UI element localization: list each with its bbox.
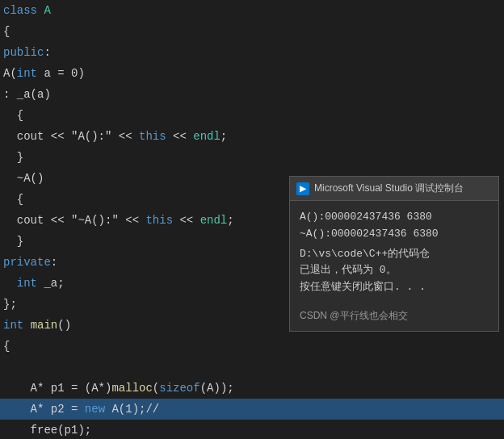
popup-footer: CSDN @平行线也会相交 (290, 304, 498, 331)
code-line: class A (0, 0, 504, 21)
code-token: (A)); (200, 378, 234, 399)
code-token: A(1);// (105, 399, 159, 420)
code-line: } (0, 147, 504, 168)
code-line (0, 357, 504, 378)
code-token: } (3, 231, 23, 252)
code-token: ; (220, 126, 227, 147)
code-token (3, 273, 17, 294)
code-token: << (166, 126, 194, 147)
code-token: : _a(a) (3, 84, 51, 105)
code-line: A* p2 = new A(1);// (0, 399, 504, 420)
code-token: endl (200, 210, 228, 231)
debug-console-popup: ▶ Microsoft Visual Studio 调试控制台 A():0000… (289, 176, 499, 332)
code-token: new (85, 399, 105, 420)
code-token: { (3, 189, 23, 210)
code-token: { (3, 105, 23, 126)
vs-icon: ▶ (296, 182, 309, 195)
code-line: public: (0, 42, 504, 63)
code-token: class (3, 0, 44, 21)
code-token: sizeof (159, 378, 200, 399)
popup-titlebar: ▶ Microsoft Visual Studio 调试控制台 (290, 177, 498, 201)
output-line-3: D:\vs\code\C++的代码仓 (300, 246, 489, 263)
code-token: A* p1 = (A*) (3, 378, 111, 399)
code-line: A(int a = 0) (0, 63, 504, 84)
code-token: ; (227, 210, 233, 231)
code-token: A( (3, 63, 17, 84)
code-line: : _a(a) (0, 84, 504, 105)
code-token: { (3, 21, 10, 42)
code-token: endl (193, 126, 220, 147)
code-token: : (44, 42, 50, 63)
output-line-4: 已退出，代码为 0。 (300, 262, 489, 279)
code-token: << (173, 210, 200, 231)
output-line-5: 按任意键关闭此窗口. . . (300, 279, 489, 296)
code-token: A* p2 = (3, 399, 85, 420)
code-line: { (0, 21, 504, 42)
code-token: ( (153, 378, 159, 399)
popup-title: Microsoft Visual Studio 调试控制台 (314, 182, 464, 195)
code-token: cout << "A():" << (3, 126, 139, 147)
code-editor: class A{public:A(int a = 0): _a(a) { cou… (0, 0, 504, 439)
popup-body: A():000002437436 6380 ~A():000002437436 … (290, 201, 498, 304)
code-token: main (31, 315, 58, 336)
code-token: _a; (37, 273, 65, 294)
code-token: : (51, 252, 57, 273)
code-token: public (3, 42, 44, 63)
code-token: int (3, 315, 23, 336)
code-token: }; (3, 294, 17, 315)
code-token: } (3, 147, 23, 168)
code-token: int (17, 273, 37, 294)
code-line: { (0, 105, 504, 126)
output-line-1: A():000002437436 6380 (300, 209, 489, 226)
code-token: malloc (111, 378, 152, 399)
code-token: { (3, 336, 10, 357)
code-line: A* p1 = (A*)malloc(sizeof(A)); (0, 378, 504, 399)
code-token: a = 0) (37, 63, 85, 84)
code-line: free(p1); (0, 420, 504, 439)
code-token: free(p1); (3, 420, 91, 439)
code-token: int (17, 63, 37, 84)
code-token: cout << "~A():" << (3, 210, 145, 231)
output-line-2: ~A():000002437436 6380 (300, 226, 489, 243)
code-token (23, 315, 30, 336)
code-line: cout << "A():" << this << endl; (0, 126, 504, 147)
code-token: () (57, 315, 71, 336)
code-token: ~A() (3, 168, 44, 189)
code-token: this (139, 126, 166, 147)
code-line: { (0, 336, 504, 357)
code-token: private (3, 252, 51, 273)
code-token: this (145, 210, 173, 231)
code-token: A (44, 0, 50, 21)
